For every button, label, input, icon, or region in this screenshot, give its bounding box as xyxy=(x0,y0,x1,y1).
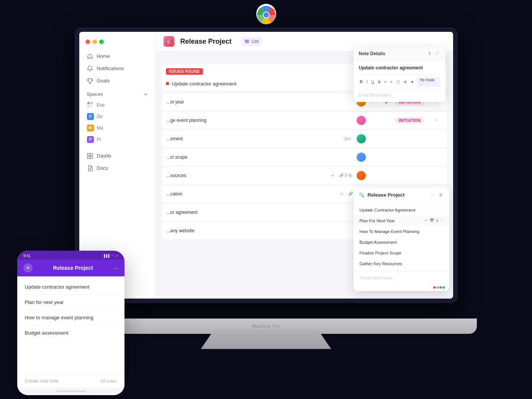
table-row[interactable]: ...sment 3 ↩ xyxy=(162,130,447,147)
task-stage: INITIATION xyxy=(393,118,427,123)
close-button[interactable]: ✕ xyxy=(438,192,444,198)
home-icon xyxy=(87,53,93,59)
sidebar-item-docs[interactable]: Docs xyxy=(82,162,152,174)
phone-menu-button[interactable]: ··· xyxy=(114,265,118,271)
create-note-placeholder: Create New Note... xyxy=(360,276,396,280)
sidebar-item-goals[interactable]: Goals xyxy=(82,75,152,87)
phone-close-button[interactable]: ✕ xyxy=(23,263,33,273)
space-pr-label: Pr xyxy=(97,137,101,142)
plus-more: +2 xyxy=(339,192,343,196)
share-icon[interactable]: ⬆ xyxy=(427,51,432,56)
more-options-icon[interactable]: ··· xyxy=(431,192,434,198)
list-item[interactable]: Budget Assessment xyxy=(354,237,449,248)
col-header-name xyxy=(167,54,356,58)
svg-rect-10 xyxy=(87,156,90,159)
maximize-button[interactable] xyxy=(99,39,104,44)
svg-rect-4 xyxy=(87,102,90,104)
tab-list-label: List xyxy=(252,39,259,44)
bold-button[interactable]: B xyxy=(359,79,364,85)
grid-icon xyxy=(87,153,93,159)
space-eve-label: Eve xyxy=(97,102,105,108)
sidebar-item-pr[interactable]: P Pr xyxy=(79,134,156,145)
note-text: Budget assessment xyxy=(25,330,69,336)
link-button[interactable]: ⊕ xyxy=(403,79,408,85)
underline-button[interactable]: U xyxy=(370,79,375,85)
project-icon: 🎯 xyxy=(164,36,174,47)
pr-space-icon: P xyxy=(87,136,94,143)
task-name: ...any website xyxy=(167,228,353,233)
to-task-button[interactable]: TO TASK → xyxy=(417,77,440,87)
note-text: How to manage event planning xyxy=(25,315,93,320)
table-row[interactable]: ...sources +4 🔗 5 📎 xyxy=(162,167,447,184)
search-icon[interactable]: 🔍 xyxy=(359,192,365,198)
sidebar-item-eve[interactable]: Eve xyxy=(79,99,156,111)
note-text: Plan For Next Year xyxy=(360,218,395,223)
list-item[interactable]: How to manage event planning xyxy=(17,310,124,325)
sidebar-notifications-label: Notifications xyxy=(97,66,124,71)
svg-rect-7 xyxy=(90,105,93,107)
expand-icon[interactable]: ⤢ xyxy=(435,51,440,56)
strikethrough-button[interactable]: S xyxy=(377,79,382,85)
plus-more: +4 xyxy=(331,174,334,177)
star-button[interactable]: ★ xyxy=(409,79,415,85)
svg-rect-11 xyxy=(90,156,93,159)
tab-list[interactable]: List xyxy=(241,37,263,46)
list-item[interactable]: Finalize Project Scope xyxy=(354,248,449,258)
list-item[interactable]: Budget assessment xyxy=(17,325,124,340)
avatar xyxy=(357,116,366,125)
eve-space-icon xyxy=(87,102,94,108)
de-space-icon: D xyxy=(87,113,94,120)
italic-button[interactable]: I xyxy=(365,79,369,85)
note-text: Plan for next year xyxy=(25,299,64,305)
task-name: ...cation xyxy=(167,191,336,197)
phone-notes-list: Update contractor agreement Plan for nex… xyxy=(17,276,124,343)
create-note-placeholder[interactable]: Create new note xyxy=(25,378,59,384)
task-count: 3 ↩ xyxy=(343,136,353,141)
sidebar-item-de[interactable]: D De xyxy=(79,111,156,122)
minimize-button[interactable] xyxy=(92,39,97,44)
wifi-icon: ◠ xyxy=(111,254,114,258)
issues-badge: ISSUES FOUND xyxy=(166,68,203,75)
create-new-note-input[interactable]: Create New Note... xyxy=(354,271,449,284)
list-item[interactable]: Gather Key Resources xyxy=(354,258,449,269)
sidebar-item-dashboard[interactable]: Dashb xyxy=(82,150,152,162)
note-description-placeholder[interactable]: Enter Description xyxy=(359,93,440,97)
list-item[interactable]: Update contractor agreement xyxy=(17,279,124,295)
dnp-title: Release Project xyxy=(368,192,428,198)
ordered-list-button[interactable]: ≡ xyxy=(389,79,394,85)
phone-title: Release Project xyxy=(53,265,93,271)
ma-space-icon: M xyxy=(87,125,94,131)
note-toolbar: B I U S ≡ ≡ ☐ ⊕ ★ TO TASK → xyxy=(359,74,440,90)
table-row[interactable]: ...ct scope xyxy=(162,149,447,166)
attachment-count: 🔗 5 📎 xyxy=(339,173,352,177)
table-row[interactable]: ...ge event planning INITIATION ⚑ xyxy=(162,112,447,129)
add-icon[interactable]: + xyxy=(441,218,443,223)
close-button[interactable] xyxy=(85,39,90,44)
list-item[interactable]: How To Manage Event Planning xyxy=(354,226,449,237)
sidebar-item-ma[interactable]: M Ma xyxy=(79,122,156,134)
list-item[interactable]: Plan for next year xyxy=(17,295,124,310)
sidebar-item-notifications[interactable]: Notifications xyxy=(82,62,152,75)
sidebar-home-label: Home xyxy=(97,53,110,59)
checkbox-button[interactable]: ☐ xyxy=(395,79,401,85)
svg-rect-5 xyxy=(90,102,93,104)
calendar-icon[interactable]: 📅 xyxy=(429,218,434,223)
svg-rect-6 xyxy=(87,105,90,107)
note-text: Update Contractor Agreement xyxy=(360,208,416,212)
list-item[interactable]: Plan For Next Year ✏ 📅 🗑 + xyxy=(354,215,449,226)
battery-icon: ▭ xyxy=(115,254,118,258)
sidebar-item-home[interactable]: Home xyxy=(82,50,152,62)
phone-header: ✕ Release Project ··· xyxy=(17,259,124,276)
sidebar-docs-label: Docs xyxy=(97,165,108,171)
trash-icon[interactable]: 🗑 xyxy=(435,218,439,223)
list-item[interactable]: Update Contractor Agreement xyxy=(354,205,449,215)
list-button[interactable]: ≡ xyxy=(383,79,388,85)
signal-icon: ▐▐▐ xyxy=(103,254,109,258)
spaces-header: Spaces xyxy=(79,87,156,99)
dnp-footer xyxy=(354,284,449,291)
sidebar-dashboard-label: Dashb xyxy=(97,153,111,159)
doc-icon xyxy=(87,165,93,171)
edit-icon[interactable]: ✏ xyxy=(425,218,428,223)
note-text: Gather Key Resources xyxy=(360,261,402,266)
note-item-actions: ✏ 📅 🗑 + xyxy=(425,218,443,223)
